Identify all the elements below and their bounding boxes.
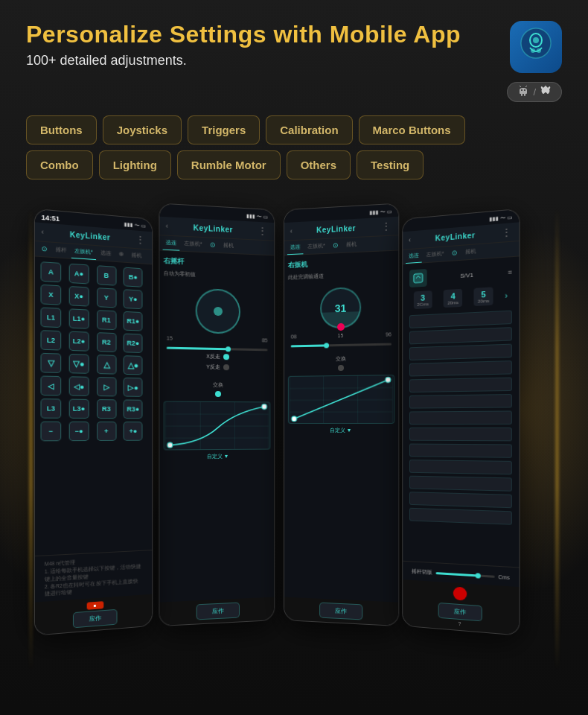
phone-2-menu[interactable]: ⋮ <box>258 225 269 238</box>
nav-pill-buttons[interactable]: Buttons <box>26 115 97 144</box>
btn-a[interactable]: A <box>41 261 62 282</box>
timing-row-1[interactable] <box>409 311 512 328</box>
phone-1-tab-4[interactable]: ⊕ <box>115 247 127 262</box>
phone-2-action-btn[interactable]: 应作 <box>196 603 239 620</box>
btn-x[interactable]: X <box>41 285 62 305</box>
timing-row-13[interactable] <box>409 508 512 525</box>
phone-4-tab-1[interactable]: 选连 <box>406 249 422 264</box>
timing-row-9[interactable] <box>409 444 512 458</box>
btn-l3[interactable]: L3 <box>41 398 62 419</box>
btn-up[interactable]: △ <box>97 355 116 375</box>
phone-3-tab-3[interactable]: 摇机 <box>343 238 359 252</box>
btn-r3-dot[interactable]: R3● <box>124 399 143 419</box>
nav-pill-others[interactable]: Others <box>287 150 351 179</box>
timing-row-8[interactable] <box>409 428 512 441</box>
phone-1-action-btn[interactable]: 应作 <box>72 609 117 629</box>
timing-row-10[interactable] <box>409 460 512 474</box>
trigger-slider-track[interactable] <box>291 343 392 348</box>
phone-1-tab-2[interactable]: 左扳机* <box>71 244 96 260</box>
phone-4-slider-track[interactable] <box>436 572 495 578</box>
btn-minus[interactable]: − <box>41 422 62 442</box>
phone-3-tab-extra: ⊙ <box>330 238 342 253</box>
nav-pill-calibration[interactable]: Calibration <box>266 115 352 144</box>
phone-4-record-btn[interactable] <box>453 586 466 600</box>
custom-label-2[interactable]: 自定义 ▼ <box>164 452 271 460</box>
phone-4-tab-2[interactable]: 左扳机* <box>424 247 447 262</box>
btn-a-dot[interactable]: A● <box>68 264 89 285</box>
phone-2-icons: ▮▮▮ 〜 ▭ <box>246 212 269 221</box>
btn-r2-dot[interactable]: R2● <box>124 334 143 354</box>
nav-pill-lighting[interactable]: Lighting <box>99 150 171 179</box>
btn-left[interactable]: ◁ <box>41 375 62 395</box>
phone-3-action-btn[interactable]: 应作 <box>319 603 362 620</box>
btn-r1-dot[interactable]: R1● <box>124 311 143 331</box>
timing-row-2[interactable] <box>409 327 512 344</box>
timing-icon-1 <box>409 269 427 287</box>
nav-pill-marco[interactable]: Marco Buttons <box>359 115 465 144</box>
exchange-dot-3[interactable] <box>337 365 343 371</box>
btn-y[interactable]: Y <box>97 287 116 308</box>
y-reverse-label: Y反走 <box>206 363 220 371</box>
custom-label-3[interactable]: 自定义 ▼ <box>288 427 394 434</box>
timing-cell-2[interactable]: 4 20ms <box>444 289 462 308</box>
btn-plus[interactable]: + <box>97 422 116 441</box>
btn-x-dot[interactable]: X● <box>68 286 89 307</box>
phone-2-tab-1[interactable]: 选连 <box>163 235 180 250</box>
phone-3-menu[interactable]: ⋮ <box>381 220 392 232</box>
phone-2-tab-2[interactable]: 左扳机* <box>181 237 205 252</box>
left-glow <box>30 209 32 670</box>
y-reverse-toggle[interactable] <box>223 364 229 370</box>
phone-1-tab-5[interactable]: 摇机 <box>128 248 144 263</box>
x-reverse-toggle[interactable] <box>223 354 229 360</box>
btn-down-dot[interactable]: ▽● <box>68 354 89 374</box>
nav-pill-rumble[interactable]: Rumble Motor <box>177 150 281 179</box>
phone-4-menu[interactable]: ⋮ <box>501 226 513 239</box>
app-icon[interactable] <box>510 21 562 73</box>
btn-r1[interactable]: R1 <box>97 310 116 330</box>
btn-down[interactable]: ▽ <box>41 353 62 373</box>
exchange-dot[interactable] <box>214 391 220 397</box>
btn-r3[interactable]: R3 <box>97 399 116 419</box>
btn-r2[interactable]: R2 <box>97 332 116 352</box>
btn-l3-dot[interactable]: L3● <box>68 399 89 419</box>
btn-l2[interactable]: L2 <box>41 330 62 350</box>
timing-row-4[interactable] <box>409 360 512 376</box>
phone-4-action-btn[interactable]: 应作 <box>438 603 482 621</box>
btn-l1-dot[interactable]: L1● <box>68 308 89 328</box>
btn-left-dot[interactable]: ◁● <box>68 376 89 396</box>
btn-plus-dot[interactable]: +● <box>124 422 143 441</box>
timing-row-7[interactable] <box>409 410 512 425</box>
timing-arrow-right[interactable]: › <box>505 286 508 305</box>
phone-2-tab-3[interactable]: 摇机 <box>220 238 237 253</box>
timing-row-11[interactable] <box>409 476 512 492</box>
svg-point-16 <box>167 442 173 448</box>
timing-row-12[interactable] <box>409 492 512 508</box>
phone-3-tab-1[interactable]: 选连 <box>287 240 304 255</box>
timing-row-5[interactable] <box>409 378 512 393</box>
btn-l1[interactable]: L1 <box>41 307 62 328</box>
trigger-gauge[interactable]: 31 <box>320 287 361 329</box>
btn-minus-dot[interactable]: −● <box>68 422 89 441</box>
phone-3-tab-2[interactable]: 左扳机* <box>304 239 327 254</box>
nav-pill-combo[interactable]: Combo <box>26 150 93 179</box>
nav-pill-triggers[interactable]: Triggers <box>188 115 260 144</box>
slider-track[interactable] <box>167 347 268 352</box>
phone-1-menu[interactable]: ⋮ <box>135 233 147 246</box>
phone-4-tab-3[interactable]: 摇机 <box>462 244 479 260</box>
nav-pill-testing[interactable]: Testing <box>357 150 424 179</box>
btn-up-dot[interactable]: △● <box>124 355 143 375</box>
phone-1-tab-3[interactable]: 选连 <box>98 246 114 261</box>
btn-right-dot[interactable]: ▷● <box>124 378 143 397</box>
joystick-circle[interactable] <box>195 288 240 334</box>
btn-b[interactable]: B <box>97 265 116 286</box>
btn-b-dot[interactable]: B● <box>124 267 143 287</box>
timing-cell-3[interactable]: 5 20ms <box>474 287 493 306</box>
btn-y-dot[interactable]: Y● <box>124 289 143 309</box>
timing-row-3[interactable] <box>409 344 512 360</box>
btn-l2-dot[interactable]: L2● <box>68 331 89 352</box>
timing-cell-1[interactable]: 3 2Cms <box>413 290 432 309</box>
nav-pill-joysticks[interactable]: Joysticks <box>103 115 182 144</box>
btn-right[interactable]: ▷ <box>97 377 116 396</box>
svg-point-3 <box>531 48 535 53</box>
timing-row-6[interactable] <box>409 394 512 409</box>
